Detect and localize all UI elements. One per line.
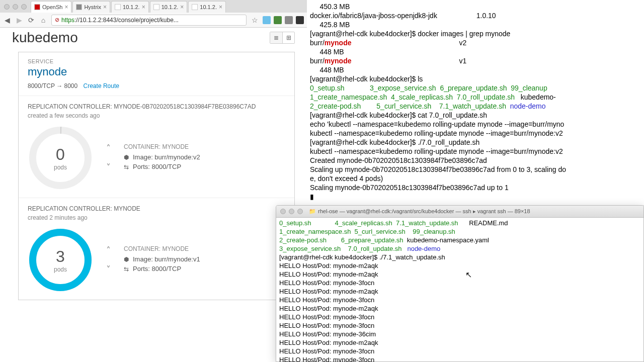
service-label: SERVICE xyxy=(28,58,285,64)
terminal-bottom[interactable]: 0_setup.sh 4_scale_replicas.sh 7.1_watch… xyxy=(276,218,643,362)
container-ports: Ports: 8000/TCP xyxy=(133,163,181,170)
image-icon: ⬢ xyxy=(124,154,133,161)
browser-tab[interactable]: 10.1.2.× xyxy=(111,1,149,13)
pod-label: pods xyxy=(54,164,67,171)
ext-icon[interactable] xyxy=(263,16,271,24)
star-icon[interactable]: ☆ xyxy=(251,16,259,24)
close-tab-icon[interactable]: × xyxy=(219,4,222,11)
service-name[interactable]: mynode xyxy=(28,65,285,78)
home-icon[interactable]: ⌂ xyxy=(39,16,47,24)
extension-icons xyxy=(263,16,304,24)
rc-age: created a few seconds ago xyxy=(28,112,285,119)
folder-icon: 📁 xyxy=(309,208,316,215)
rc-title: REPLICATION CONTROLLER: MYNODE xyxy=(28,205,285,212)
ext-icon[interactable] xyxy=(285,16,293,24)
reload-icon[interactable]: ⟳ xyxy=(27,16,35,24)
rc-title: REPLICATION CONTROLLER: MYNODE-0B7020205… xyxy=(28,103,285,110)
container-ports: Ports: 8000/TCP xyxy=(133,265,181,273)
url-rest: ://10.1.2.2:8443/console/project/kube... xyxy=(74,17,179,24)
create-route-link[interactable]: Create Route xyxy=(84,82,119,89)
tab-label: OpenSh xyxy=(42,4,62,10)
container-label: CONTAINER: MYNODE xyxy=(124,245,200,252)
replication-controller: REPLICATION CONTROLLER: MYNODE-0B7020205… xyxy=(19,96,294,198)
service-card: SERVICE mynode 8000/TCP → 8000 Create Ro… xyxy=(18,52,295,300)
scale-up-icon[interactable]: ˄ xyxy=(106,245,111,256)
browser-tab[interactable]: 10.1.2.× xyxy=(188,1,226,13)
close-tab-icon[interactable]: × xyxy=(142,4,145,11)
minimize-icon[interactable] xyxy=(289,209,294,214)
view-toggle[interactable]: ≣⊞ xyxy=(270,32,295,44)
terminal-bottom-window: 📁 rhel-ose — vagrant@rhel-cdk:/vagrant/s… xyxy=(276,205,644,362)
scale-up-icon[interactable]: ˄ xyxy=(106,143,111,154)
topology-view-icon[interactable]: ⊞ xyxy=(282,32,294,43)
container-label: CONTAINER: MYNODE xyxy=(124,143,200,150)
tab-label: 10.1.2. xyxy=(162,4,179,10)
container-image: Image: burr/mynode:v1 xyxy=(133,255,200,263)
replication-controller: REPLICATION CONTROLLER: MYNODE created 2… xyxy=(19,198,294,300)
pods-donut: 3pods xyxy=(28,227,93,293)
route-ports: 8000/TCP → 8000 xyxy=(28,82,77,89)
terminal-titlebar[interactable]: 📁 rhel-ose — vagrant@rhel-cdk:/vagrant/s… xyxy=(276,206,643,218)
scale-down-icon[interactable]: ˅ xyxy=(106,162,111,173)
pod-count: 0 xyxy=(56,145,65,164)
url-scheme: https xyxy=(61,17,74,24)
pod-count: 3 xyxy=(56,247,65,266)
browser-toolbar: ◀ ▶ ⟳ ⌂ ⊘ https://10.1.2.2:8443/console/… xyxy=(0,13,307,28)
browser-tab[interactable]: 10.1.2.× xyxy=(150,1,188,13)
list-view-icon[interactable]: ≣ xyxy=(270,32,282,43)
address-bar[interactable]: ⊘ https://10.1.2.2:8443/console/project/… xyxy=(51,15,247,26)
image-icon: ⬢ xyxy=(124,256,133,263)
close-tab-icon[interactable]: × xyxy=(103,4,107,11)
tab-label: Hystrix xyxy=(84,4,101,10)
pods-donut: 0pods xyxy=(28,125,93,191)
rc-age: created 2 minutes ago xyxy=(28,214,285,221)
tab-label: 10.1.2. xyxy=(200,4,217,10)
container-image: Image: burr/mynode:v2 xyxy=(133,153,200,161)
browser-tab[interactable]: OpenSh× xyxy=(31,1,71,13)
ssl-error-icon: ⊘ xyxy=(55,17,59,23)
openshift-console: kubedemo ≣⊞ SERVICE mynode 8000/TCP → 80… xyxy=(0,28,307,362)
mouse-cursor: ↖ xyxy=(465,270,472,280)
window-controls[interactable] xyxy=(0,1,31,13)
tab-label: 10.1.2. xyxy=(123,4,140,10)
pod-label: pods xyxy=(54,266,67,273)
back-icon[interactable]: ◀ xyxy=(3,16,11,24)
browser-tab[interactable]: Hystrix× xyxy=(72,1,110,13)
ext-icon[interactable] xyxy=(296,16,304,24)
browser-tabbar: OpenSh×Hystrix×10.1.2.×10.1.2.×10.1.2.× xyxy=(0,0,307,13)
terminal-title: rhel-ose — vagrant@rhel-cdk:/vagrant/src… xyxy=(318,208,530,215)
project-title: kubedemo xyxy=(12,30,78,46)
terminal-top[interactable]: 450.3 MBdocker.io/fabric8/java-jboss-ope… xyxy=(307,0,644,205)
close-icon[interactable] xyxy=(280,209,286,214)
scale-down-icon[interactable]: ˅ xyxy=(106,264,111,275)
ports-icon: ⇆ xyxy=(124,265,133,273)
ports-icon: ⇆ xyxy=(124,163,133,170)
forward-icon[interactable]: ▶ xyxy=(15,16,23,24)
close-tab-icon[interactable]: × xyxy=(180,4,184,11)
ext-icon[interactable] xyxy=(274,16,282,24)
close-tab-icon[interactable]: × xyxy=(64,4,68,11)
zoom-icon[interactable] xyxy=(297,209,303,214)
